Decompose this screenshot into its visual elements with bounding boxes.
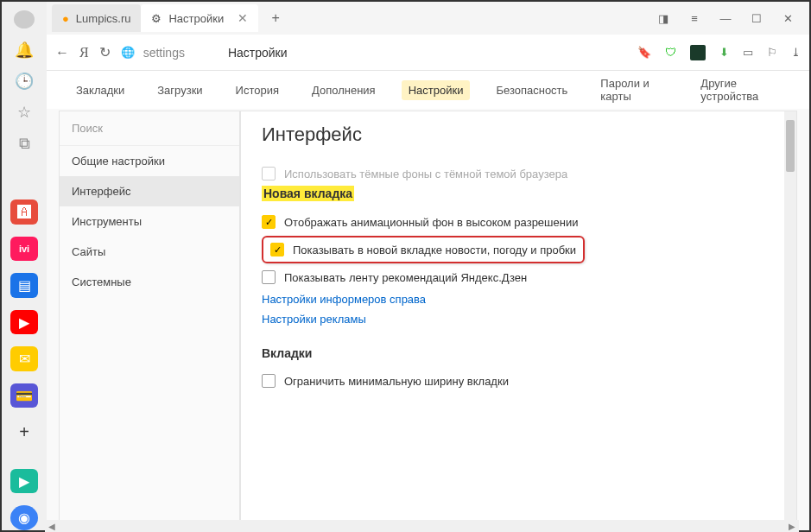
app-icon-youtube[interactable]: ▶ [10,310,38,335]
nav-downloads[interactable]: Загрузки [150,80,209,100]
option-zen[interactable]: Показывать ленту рекомендаций Яндекс.Дзе… [262,265,776,289]
settings-sidebar: Поиск Общие настройки Интерфейс Инструме… [59,111,240,530]
checkbox-icon[interactable] [262,167,276,180]
browser-window: 🔔 🕒 ☆ ⧉ 🅰 ivi ▤ ▶ ✉ 💳 + ▶ ◉ ● Lumpics.ru… [0,0,811,532]
app-icon-wallet[interactable]: 💳 [10,383,38,408]
scrollbar-thumb[interactable] [786,120,795,172]
sidebar-toggle-icon[interactable]: ◨ [656,12,671,25]
lock-icon: 🌐 [121,46,135,59]
gear-icon: ⚙ [151,12,162,25]
sidebar-item-sites[interactable]: Сайты [60,237,239,267]
nav-devices[interactable]: Другие устройства [694,73,787,106]
bell-icon[interactable]: 🔔 [14,41,35,60]
app-icon-alice[interactable]: ◉ [10,505,38,530]
section-tabs: Вкладки Ограничить минимальную ширину вк… [262,346,776,393]
sidebar-item-system[interactable]: Системные [60,267,239,297]
option-news-weather[interactable]: ✓ Показывать в новой вкладке новости, по… [270,241,576,258]
checkbox-icon[interactable]: ✓ [262,215,276,229]
sidebar-item-general[interactable]: Общие настройки [60,146,239,176]
option-label: Показывать ленту рекомендаций Яндекс.Дзе… [284,271,527,284]
reload-button[interactable]: ↻ [99,44,111,60]
window-controls: ◨ ≡ — ☐ ✕ [656,12,804,25]
left-rail: 🔔 🕒 ☆ ⧉ 🅰 ivi ▤ ▶ ✉ 💳 + ▶ ◉ [2,2,47,530]
nav-security[interactable]: Безопасность [489,80,574,100]
downloads-icon[interactable]: ⤓ [791,46,801,59]
option-min-width[interactable]: Ограничить минимальную ширину вкладки [262,369,776,393]
tab-settings[interactable]: ⚙ Настройки ✕ [141,4,258,32]
section-new-tab: Новая вкладка ✓ Отображать анимационный … [262,186,776,329]
scroll-left-icon[interactable]: ◀ [45,522,59,531]
nav-passwords[interactable]: Пароли и карты [593,73,675,106]
maximize-icon[interactable]: ☐ [749,12,764,25]
app-icon-mail[interactable]: ✉ [10,346,38,371]
yandex-icon[interactable]: Я [79,45,89,60]
new-tab-button[interactable]: + [263,6,288,30]
nav-bookmarks[interactable]: Закладки [69,80,131,100]
horizontal-scrollbar[interactable]: ◀ ▶ [45,520,799,532]
address-field[interactable]: 🌐 settings Настройки [121,46,627,60]
minimize-icon[interactable]: — [718,12,733,25]
feedback-icon[interactable]: ⚐ [767,46,777,59]
option-label: Показывать в новой вкладке новости, пого… [293,244,576,256]
option-label: Ограничить минимальную ширину вкладки [284,375,509,388]
app-icon-ivi[interactable]: ivi [10,237,38,262]
settings-nav: Закладки Загрузки История Дополнения Нас… [47,71,809,109]
menu-icon[interactable]: ≡ [687,12,702,25]
nav-settings[interactable]: Настройки [402,80,471,100]
option-anim-bg[interactable]: ✓ Отображать анимационный фон в высоком … [262,210,776,234]
tab-strip: ● Lumpics.ru ⚙ Настройки ✕ + ◨ ≡ — ☐ ✕ [47,2,809,35]
app-icon-translate[interactable]: 🅰 [10,200,38,225]
avatar[interactable] [14,10,35,28]
star-icon[interactable]: ☆ [14,103,35,122]
highlighted-option: ✓ Показывать в новой вкладке новости, по… [262,236,585,263]
tab-favicon: ● [62,12,69,25]
close-window-icon[interactable]: ✕ [780,12,795,25]
extension-icon[interactable] [690,45,706,60]
section-title: Вкладки [262,346,776,360]
copy-icon[interactable]: ⧉ [14,134,35,152]
section-title: Новая вкладка [262,186,354,201]
vertical-scrollbar[interactable] [784,111,796,529]
address-title: Настройки [228,46,288,60]
page-title: Интерфейс [262,124,776,146]
nav-addons[interactable]: Дополнения [305,80,383,100]
address-bar: ← Я ↻ 🌐 settings Настройки 🔖 🛡 ⬇ ▭ ⚐ ⤓ [47,35,809,71]
sidebar-item-interface[interactable]: Интерфейс [60,176,239,206]
checkbox-icon[interactable] [262,374,276,388]
option-label: Использовать тёмные фоны с тёмной темой … [284,168,567,180]
tab-lumpics[interactable]: ● Lumpics.ru [52,4,141,32]
option-label: Отображать анимационный фон в высоком ра… [284,216,578,229]
search-input[interactable]: Поиск [60,111,239,146]
back-button[interactable]: ← [55,45,69,60]
main-area: ● Lumpics.ru ⚙ Настройки ✕ + ◨ ≡ — ☐ ✕ ←… [47,2,809,530]
download-arrow-icon[interactable]: ⬇ [719,46,729,59]
tab-label: Настройки [168,12,224,25]
checkbox-icon[interactable] [262,270,276,284]
clock-icon[interactable]: 🕒 [14,72,35,91]
sidebar-item-tools[interactable]: Инструменты [60,206,239,237]
nav-history[interactable]: История [229,80,286,100]
app-icon-docs[interactable]: ▤ [10,273,38,298]
option-dark-bg[interactable]: Использовать тёмные фоны с тёмной темой … [262,162,776,186]
content-area: Поиск Общие настройки Интерфейс Инструме… [47,109,809,530]
reader-icon[interactable]: ▭ [743,46,753,59]
checkbox-icon[interactable]: ✓ [270,243,284,256]
add-app-button[interactable]: + [10,420,38,445]
close-icon[interactable]: ✕ [238,11,248,25]
app-icon-play[interactable]: ▶ [10,469,38,494]
address-text: settings [143,46,185,60]
scroll-right-icon[interactable]: ▶ [785,522,799,531]
link-ads[interactable]: Настройки рекламы [262,309,776,329]
settings-content: Интерфейс Использовать тёмные фоны с тём… [240,111,797,530]
link-informers[interactable]: Настройки информеров справа [262,289,776,309]
tab-label: Lumpics.ru [76,12,131,25]
bookmark-icon[interactable]: 🔖 [637,46,651,59]
shield-icon[interactable]: 🛡 [665,46,676,59]
